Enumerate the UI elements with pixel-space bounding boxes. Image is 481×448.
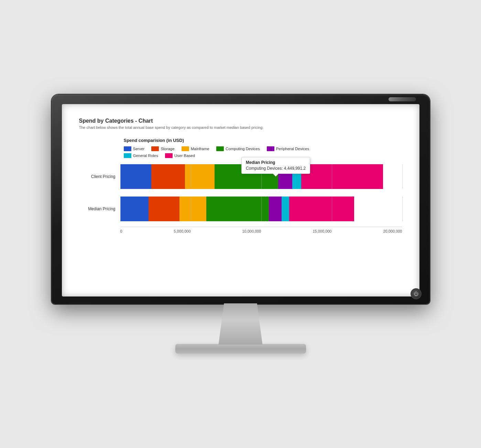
- gridline: [402, 197, 403, 221]
- bar-segment: [282, 197, 289, 221]
- bar-row: Median PricingMedian PricingComputing De…: [79, 197, 402, 221]
- bars-container: Client PricingMedian PricingMedian Prici…: [79, 164, 402, 221]
- legend-item: Computing Devices: [216, 146, 260, 151]
- bar-segment: [149, 197, 179, 221]
- bar-segment: [120, 197, 149, 221]
- legend-item: General Roles: [124, 153, 158, 158]
- x-axis-label: 5,000,000: [174, 229, 191, 233]
- bar-segment: [120, 164, 151, 189]
- x-axis: 05,000,00010,000,00015,000,00020,000,000: [120, 227, 402, 233]
- legend-item: User Based: [165, 153, 195, 158]
- legend-item: Server: [124, 146, 145, 151]
- gridline: [402, 164, 403, 189]
- monitor-frame: Spend by Categories - Chart The chart be…: [52, 94, 430, 304]
- legend-color: [151, 146, 159, 151]
- stand-base: [175, 344, 306, 354]
- x-axis-label: 20,000,000: [383, 229, 402, 233]
- bar-segment: [206, 197, 269, 221]
- legend-label: Computing Devices: [226, 147, 260, 151]
- bar-segment: [301, 164, 383, 189]
- bar-segment: [151, 164, 185, 189]
- bar-segment: [269, 197, 282, 221]
- bar-segment: [215, 164, 278, 189]
- screen: Spend by Categories - Chart The chart be…: [62, 104, 419, 296]
- legend-label: User Based: [174, 154, 195, 158]
- x-axis-label: 15,000,000: [313, 229, 331, 233]
- bar-label: Client Pricing: [79, 174, 120, 179]
- legend-item: Peripheral Devices: [267, 146, 309, 151]
- chart-heading: Spend comparision (in USD): [124, 138, 402, 143]
- legend-item: Storage: [151, 146, 174, 151]
- bar-label: Median Pricing: [79, 206, 120, 211]
- legend-color: [182, 146, 189, 151]
- legend-label: Storage: [161, 147, 174, 151]
- bar-segment: [289, 197, 354, 221]
- stacked-bar: [120, 164, 402, 189]
- monitor-wrapper: Spend by Categories - Chart The chart be…: [52, 94, 430, 354]
- bar-track: Median PricingComputing Devices: 4,449,9…: [120, 197, 402, 221]
- legend-label: Mainframe: [191, 147, 209, 151]
- bar-segment: [278, 164, 292, 189]
- x-axis-label: 10,000,000: [242, 229, 261, 233]
- legend-label: Peripheral Devices: [276, 147, 309, 151]
- legend-color: [124, 153, 131, 158]
- bar-row: Client Pricing: [79, 164, 402, 189]
- legend-label: General Roles: [133, 154, 158, 158]
- legend-color: [165, 153, 173, 158]
- stacked-bar: [120, 197, 402, 221]
- bar-segment: [179, 197, 206, 221]
- x-axis-label: 0: [120, 229, 122, 233]
- power-icon: ⏻: [414, 291, 418, 296]
- legend-item: Mainframe: [182, 146, 209, 151]
- bar-track: [120, 164, 402, 189]
- chart-subtitle: The chart below shows the total annual b…: [79, 125, 402, 130]
- legend-label: Server: [133, 147, 145, 151]
- chart-area: Client PricingMedian PricingMedian Prici…: [79, 164, 402, 233]
- legend-color: [216, 146, 224, 151]
- stand-neck: [213, 303, 268, 345]
- legend: Server Storage Mainframe Computing Devic…: [124, 146, 402, 158]
- bar-segment: [185, 164, 215, 189]
- chart-title: Spend by Categories - Chart: [79, 118, 402, 124]
- legend-color: [267, 146, 274, 151]
- legend-color: [124, 146, 131, 151]
- bar-segment: [292, 164, 302, 189]
- power-button[interactable]: ⏻: [411, 288, 422, 299]
